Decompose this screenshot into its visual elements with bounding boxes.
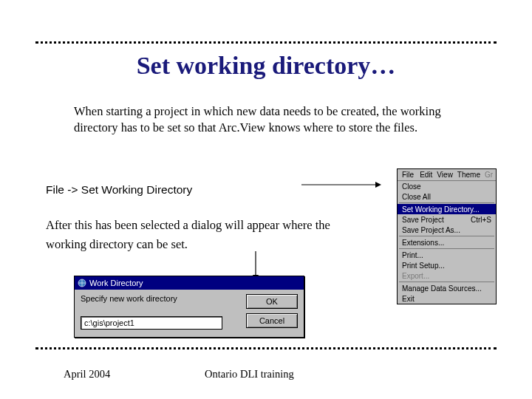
page-title: Set working directory… <box>0 52 532 80</box>
menu-item-label: Print... <box>402 251 423 259</box>
work-directory-dialog: Work Directory Specify new work director… <box>74 276 304 338</box>
menu-separator <box>399 248 494 249</box>
dialog-title: Work Directory <box>89 279 143 287</box>
menu-item-label: Export... <box>402 272 429 280</box>
menubar-item-edit[interactable]: Edit <box>420 171 432 179</box>
globe-icon <box>78 279 86 287</box>
svg-marker-1 <box>375 182 381 188</box>
divider-bottom <box>35 347 497 349</box>
menu-item[interactable]: Close <box>398 181 496 191</box>
menubar: File Edit View Theme Gr <box>398 169 496 181</box>
menu-separator <box>399 202 494 203</box>
menu-item[interactable]: Print... <box>398 250 496 260</box>
intro-text: When starting a project in which new dat… <box>74 103 480 137</box>
arrow-right-icon <box>301 180 381 189</box>
menu-item[interactable]: Save Project As... <box>398 225 496 235</box>
file-menu-body: CloseClose AllSet Working Directory...Sa… <box>398 181 496 304</box>
menu-item[interactable]: Extensions... <box>398 237 496 248</box>
work-directory-input[interactable] <box>81 316 222 330</box>
menu-item-label: Extensions... <box>402 239 444 247</box>
menu-separator <box>399 236 494 236</box>
menu-item[interactable]: Exit <box>398 293 496 304</box>
dialog-titlebar: Work Directory <box>75 276 304 290</box>
dialog-body: Specify new work directory OK Cancel <box>75 290 304 337</box>
menubar-item-gr[interactable]: Gr <box>485 171 493 179</box>
menu-separator <box>399 282 494 282</box>
step-label: File -> Set Working Directory <box>46 183 192 197</box>
menu-item[interactable]: Save ProjectCtrl+S <box>398 214 496 225</box>
menu-item-label: Print Setup... <box>402 262 445 270</box>
cancel-button[interactable]: Cancel <box>246 313 298 328</box>
menu-item[interactable]: Manage Data Sources... <box>398 283 496 293</box>
menu-item[interactable]: Print Setup... <box>398 260 496 270</box>
menu-item-label: Close All <box>402 193 431 201</box>
footer-org: Ontario DLI training <box>205 368 294 381</box>
menubar-item-file[interactable]: File <box>400 171 415 179</box>
menubar-item-theme[interactable]: Theme <box>457 171 480 179</box>
menubar-item-view[interactable]: View <box>437 171 453 179</box>
menu-item[interactable]: Close All <box>398 191 496 202</box>
menu-item-label: Exit <box>402 295 415 303</box>
menu-item[interactable]: Set Working Directory... <box>398 204 496 214</box>
menu-item-label: Close <box>402 183 421 191</box>
menu-item: Export... <box>398 270 496 281</box>
menu-item-label: Save Project As... <box>402 226 460 234</box>
after-text: After this has been selected a dialog wi… <box>46 216 341 253</box>
file-menu: File Edit View Theme Gr CloseClose AllSe… <box>397 168 497 304</box>
footer-date: April 2004 <box>64 368 110 381</box>
menu-item-shortcut: Ctrl+S <box>471 216 491 224</box>
menu-item-label: Set Working Directory... <box>402 205 480 214</box>
menu-item-label: Save Project <box>402 216 444 224</box>
menu-item-label: Manage Data Sources... <box>402 284 482 293</box>
divider-top <box>35 41 497 44</box>
ok-button[interactable]: OK <box>246 294 298 309</box>
